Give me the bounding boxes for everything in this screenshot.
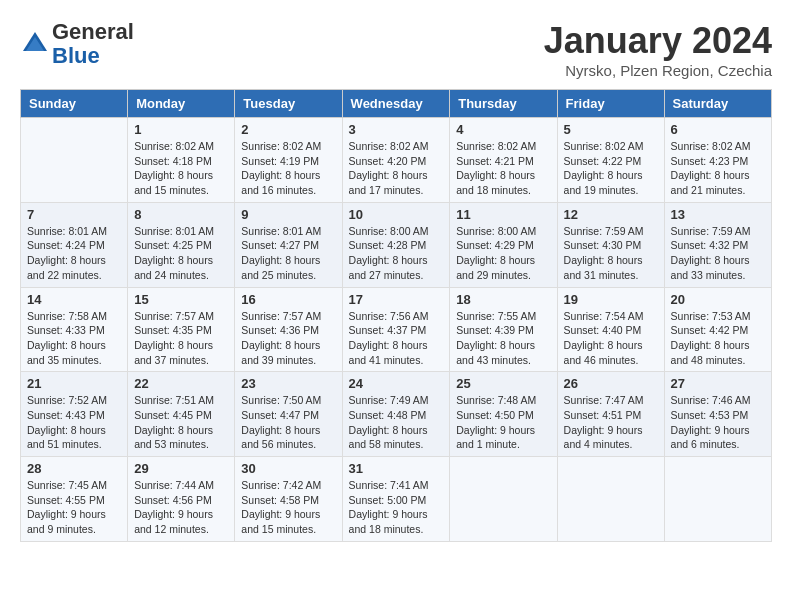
day-number: 28 bbox=[27, 461, 121, 476]
day-content: Sunrise: 7:45 AM Sunset: 4:55 PM Dayligh… bbox=[27, 478, 121, 537]
calendar-cell: 10Sunrise: 8:00 AM Sunset: 4:28 PM Dayli… bbox=[342, 202, 450, 287]
calendar-week-row: 7Sunrise: 8:01 AM Sunset: 4:24 PM Daylig… bbox=[21, 202, 772, 287]
day-content: Sunrise: 8:02 AM Sunset: 4:22 PM Dayligh… bbox=[564, 139, 658, 198]
day-content: Sunrise: 8:02 AM Sunset: 4:20 PM Dayligh… bbox=[349, 139, 444, 198]
calendar-cell: 26Sunrise: 7:47 AM Sunset: 4:51 PM Dayli… bbox=[557, 372, 664, 457]
calendar-table: SundayMondayTuesdayWednesdayThursdayFrid… bbox=[20, 89, 772, 542]
calendar-cell: 24Sunrise: 7:49 AM Sunset: 4:48 PM Dayli… bbox=[342, 372, 450, 457]
day-number: 3 bbox=[349, 122, 444, 137]
header-saturday: Saturday bbox=[664, 90, 771, 118]
calendar-cell bbox=[450, 457, 557, 542]
calendar-cell: 2Sunrise: 8:02 AM Sunset: 4:19 PM Daylig… bbox=[235, 118, 342, 203]
day-number: 18 bbox=[456, 292, 550, 307]
logo-text: General Blue bbox=[52, 20, 134, 68]
day-number: 13 bbox=[671, 207, 765, 222]
day-number: 1 bbox=[134, 122, 228, 137]
calendar-cell: 21Sunrise: 7:52 AM Sunset: 4:43 PM Dayli… bbox=[21, 372, 128, 457]
day-content: Sunrise: 8:02 AM Sunset: 4:19 PM Dayligh… bbox=[241, 139, 335, 198]
calendar-week-row: 21Sunrise: 7:52 AM Sunset: 4:43 PM Dayli… bbox=[21, 372, 772, 457]
calendar-cell: 18Sunrise: 7:55 AM Sunset: 4:39 PM Dayli… bbox=[450, 287, 557, 372]
day-content: Sunrise: 7:54 AM Sunset: 4:40 PM Dayligh… bbox=[564, 309, 658, 368]
header-sunday: Sunday bbox=[21, 90, 128, 118]
day-number: 14 bbox=[27, 292, 121, 307]
day-number: 7 bbox=[27, 207, 121, 222]
day-number: 10 bbox=[349, 207, 444, 222]
day-content: Sunrise: 8:01 AM Sunset: 4:27 PM Dayligh… bbox=[241, 224, 335, 283]
day-number: 20 bbox=[671, 292, 765, 307]
calendar-cell bbox=[557, 457, 664, 542]
day-number: 27 bbox=[671, 376, 765, 391]
calendar-cell: 3Sunrise: 8:02 AM Sunset: 4:20 PM Daylig… bbox=[342, 118, 450, 203]
calendar-header-row: SundayMondayTuesdayWednesdayThursdayFrid… bbox=[21, 90, 772, 118]
day-content: Sunrise: 7:46 AM Sunset: 4:53 PM Dayligh… bbox=[671, 393, 765, 452]
calendar-cell: 1Sunrise: 8:02 AM Sunset: 4:18 PM Daylig… bbox=[128, 118, 235, 203]
day-content: Sunrise: 8:02 AM Sunset: 4:21 PM Dayligh… bbox=[456, 139, 550, 198]
calendar-week-row: 28Sunrise: 7:45 AM Sunset: 4:55 PM Dayli… bbox=[21, 457, 772, 542]
day-number: 23 bbox=[241, 376, 335, 391]
day-content: Sunrise: 7:57 AM Sunset: 4:36 PM Dayligh… bbox=[241, 309, 335, 368]
header-tuesday: Tuesday bbox=[235, 90, 342, 118]
page-header: General Blue January 2024 Nyrsko, Plzen … bbox=[20, 20, 772, 79]
header-friday: Friday bbox=[557, 90, 664, 118]
day-number: 24 bbox=[349, 376, 444, 391]
calendar-cell: 16Sunrise: 7:57 AM Sunset: 4:36 PM Dayli… bbox=[235, 287, 342, 372]
day-content: Sunrise: 7:55 AM Sunset: 4:39 PM Dayligh… bbox=[456, 309, 550, 368]
day-number: 21 bbox=[27, 376, 121, 391]
day-content: Sunrise: 8:02 AM Sunset: 4:23 PM Dayligh… bbox=[671, 139, 765, 198]
day-content: Sunrise: 7:57 AM Sunset: 4:35 PM Dayligh… bbox=[134, 309, 228, 368]
day-number: 2 bbox=[241, 122, 335, 137]
logo-icon bbox=[20, 29, 50, 59]
day-number: 11 bbox=[456, 207, 550, 222]
day-content: Sunrise: 7:56 AM Sunset: 4:37 PM Dayligh… bbox=[349, 309, 444, 368]
day-number: 30 bbox=[241, 461, 335, 476]
calendar-cell: 11Sunrise: 8:00 AM Sunset: 4:29 PM Dayli… bbox=[450, 202, 557, 287]
day-number: 5 bbox=[564, 122, 658, 137]
header-monday: Monday bbox=[128, 90, 235, 118]
header-wednesday: Wednesday bbox=[342, 90, 450, 118]
day-number: 8 bbox=[134, 207, 228, 222]
day-content: Sunrise: 7:51 AM Sunset: 4:45 PM Dayligh… bbox=[134, 393, 228, 452]
calendar-cell: 6Sunrise: 8:02 AM Sunset: 4:23 PM Daylig… bbox=[664, 118, 771, 203]
day-content: Sunrise: 8:00 AM Sunset: 4:29 PM Dayligh… bbox=[456, 224, 550, 283]
day-content: Sunrise: 7:58 AM Sunset: 4:33 PM Dayligh… bbox=[27, 309, 121, 368]
calendar-cell: 22Sunrise: 7:51 AM Sunset: 4:45 PM Dayli… bbox=[128, 372, 235, 457]
location: Nyrsko, Plzen Region, Czechia bbox=[544, 62, 772, 79]
day-number: 15 bbox=[134, 292, 228, 307]
calendar-cell bbox=[664, 457, 771, 542]
day-content: Sunrise: 8:01 AM Sunset: 4:24 PM Dayligh… bbox=[27, 224, 121, 283]
day-content: Sunrise: 7:44 AM Sunset: 4:56 PM Dayligh… bbox=[134, 478, 228, 537]
day-content: Sunrise: 8:02 AM Sunset: 4:18 PM Dayligh… bbox=[134, 139, 228, 198]
day-number: 26 bbox=[564, 376, 658, 391]
calendar-week-row: 14Sunrise: 7:58 AM Sunset: 4:33 PM Dayli… bbox=[21, 287, 772, 372]
calendar-cell bbox=[21, 118, 128, 203]
day-content: Sunrise: 8:01 AM Sunset: 4:25 PM Dayligh… bbox=[134, 224, 228, 283]
day-number: 9 bbox=[241, 207, 335, 222]
logo-general: General bbox=[52, 19, 134, 44]
calendar-cell: 4Sunrise: 8:02 AM Sunset: 4:21 PM Daylig… bbox=[450, 118, 557, 203]
logo-blue: Blue bbox=[52, 43, 100, 68]
day-number: 6 bbox=[671, 122, 765, 137]
day-content: Sunrise: 7:48 AM Sunset: 4:50 PM Dayligh… bbox=[456, 393, 550, 452]
calendar-cell: 13Sunrise: 7:59 AM Sunset: 4:32 PM Dayli… bbox=[664, 202, 771, 287]
calendar-cell: 9Sunrise: 8:01 AM Sunset: 4:27 PM Daylig… bbox=[235, 202, 342, 287]
calendar-cell: 20Sunrise: 7:53 AM Sunset: 4:42 PM Dayli… bbox=[664, 287, 771, 372]
day-content: Sunrise: 7:41 AM Sunset: 5:00 PM Dayligh… bbox=[349, 478, 444, 537]
day-content: Sunrise: 8:00 AM Sunset: 4:28 PM Dayligh… bbox=[349, 224, 444, 283]
day-content: Sunrise: 7:47 AM Sunset: 4:51 PM Dayligh… bbox=[564, 393, 658, 452]
calendar-cell: 8Sunrise: 8:01 AM Sunset: 4:25 PM Daylig… bbox=[128, 202, 235, 287]
month-title: January 2024 bbox=[544, 20, 772, 62]
day-number: 16 bbox=[241, 292, 335, 307]
day-content: Sunrise: 7:52 AM Sunset: 4:43 PM Dayligh… bbox=[27, 393, 121, 452]
calendar-cell: 27Sunrise: 7:46 AM Sunset: 4:53 PM Dayli… bbox=[664, 372, 771, 457]
calendar-cell: 25Sunrise: 7:48 AM Sunset: 4:50 PM Dayli… bbox=[450, 372, 557, 457]
day-number: 4 bbox=[456, 122, 550, 137]
day-number: 17 bbox=[349, 292, 444, 307]
calendar-cell: 29Sunrise: 7:44 AM Sunset: 4:56 PM Dayli… bbox=[128, 457, 235, 542]
calendar-cell: 31Sunrise: 7:41 AM Sunset: 5:00 PM Dayli… bbox=[342, 457, 450, 542]
calendar-cell: 19Sunrise: 7:54 AM Sunset: 4:40 PM Dayli… bbox=[557, 287, 664, 372]
day-number: 19 bbox=[564, 292, 658, 307]
calendar-cell: 15Sunrise: 7:57 AM Sunset: 4:35 PM Dayli… bbox=[128, 287, 235, 372]
title-block: January 2024 Nyrsko, Plzen Region, Czech… bbox=[544, 20, 772, 79]
day-content: Sunrise: 7:53 AM Sunset: 4:42 PM Dayligh… bbox=[671, 309, 765, 368]
calendar-cell: 14Sunrise: 7:58 AM Sunset: 4:33 PM Dayli… bbox=[21, 287, 128, 372]
